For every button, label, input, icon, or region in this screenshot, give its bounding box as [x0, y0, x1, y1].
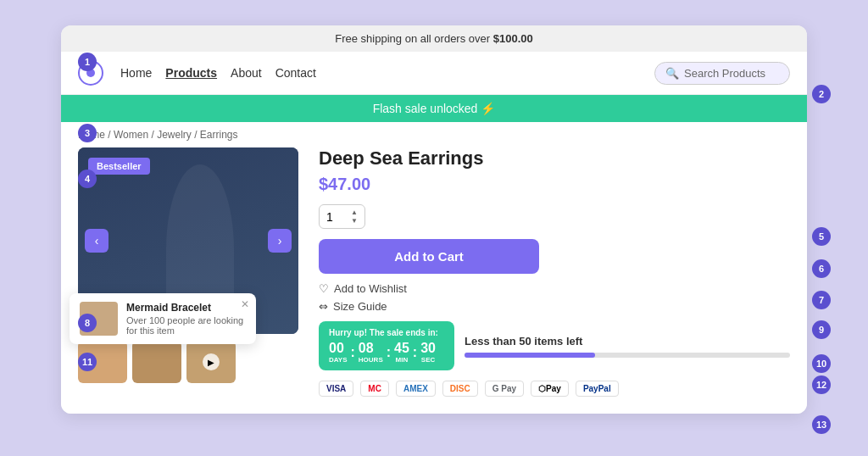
annotation-4: 4 [78, 170, 97, 188]
payment-methods-row: VISA MC AMEX DISC G Pay ⬡Pay PayPal [319, 381, 790, 397]
quantity-up-arrow[interactable]: ▲ [351, 209, 358, 217]
nav-home[interactable]: Home [120, 66, 152, 80]
heart-icon: ♡ [319, 282, 329, 295]
payment-paypal: PayPal [576, 381, 619, 397]
product-image-section: Bestseller ‹ › ▶ Mermaid Bracelet [78, 147, 298, 397]
announcement-bar: Free shipping on all orders over $100.00 [61, 25, 807, 52]
annotation-12: 12 [812, 375, 831, 394]
thumbnail-strip: ▶ [78, 341, 298, 383]
annotation-6: 6 [812, 259, 831, 278]
popup-title: Mermaid Bracelet [126, 302, 246, 314]
countdown-digits: 00 DAYS : 08 HOURS : 45 MIN [329, 341, 444, 364]
wishlist-label: Add to Wishlist [334, 282, 407, 295]
popup-notification: Mermaid Bracelet Over 100 people are loo… [70, 293, 256, 344]
quantity-row: 1 ▲ ▼ [319, 204, 790, 229]
annotation-11: 11 [78, 353, 97, 371]
product-info: Deep Sea Earrings $47.00 1 ▲ ▼ Add to Ca… [298, 147, 790, 397]
countdown-days-label: DAYS [329, 356, 348, 364]
stock-bar-background [465, 353, 790, 358]
nav-contact[interactable]: Contact [275, 66, 316, 80]
popup-description: Over 100 people are looking for this ite… [126, 315, 246, 336]
payment-google-pay: G Pay [485, 381, 524, 397]
countdown-sec-label: SEC [420, 356, 436, 364]
payment-amex: AMEX [396, 381, 436, 397]
annotation-8: 8 [78, 314, 97, 332]
countdown-sec-value: 30 [420, 341, 436, 355]
countdown-label: Hurry up! The sale ends in: [329, 328, 444, 337]
annotation-2: 2 [812, 85, 831, 103]
nav-about[interactable]: About [231, 66, 262, 80]
stock-box: Less than 50 items left [465, 335, 790, 358]
annotation-5: 5 [812, 227, 831, 246]
image-prev-button[interactable]: ‹ [85, 229, 108, 253]
countdown-days-value: 00 [329, 341, 344, 355]
product-price: $47.00 [319, 175, 790, 194]
annotation-9: 9 [812, 320, 831, 339]
annotation-3: 3 [78, 124, 97, 142]
free-shipping-text: Free shipping [335, 32, 402, 45]
payment-apple-pay: ⬡Pay [531, 381, 569, 397]
breadcrumb-text: Home / Women / Jewelry / Earrings [78, 129, 238, 141]
payment-discover: DISC [442, 381, 478, 397]
image-next-button[interactable]: › [268, 229, 292, 253]
search-icon: 🔍 [665, 67, 679, 80]
flash-sale-text: Flash sale unlocked ⚡ [373, 102, 496, 115]
popup-close-button[interactable]: ✕ [241, 298, 249, 310]
payment-mastercard: MC [360, 381, 389, 397]
size-guide-icon: ⇔ [319, 300, 328, 313]
popup-text-area: Mermaid Bracelet Over 100 people are loo… [126, 302, 246, 336]
quantity-arrows[interactable]: ▲ ▼ [351, 209, 358, 225]
countdown-stock-row: Hurry up! The sale ends in: 00 DAYS : 08… [319, 321, 790, 370]
product-area: Bestseller ‹ › ▶ Mermaid Bracelet [61, 147, 807, 414]
quantity-value: 1 [326, 210, 333, 224]
annotation-7: 7 [812, 291, 831, 309]
play-icon: ▶ [203, 353, 220, 370]
product-title: Deep Sea Earrings [319, 147, 790, 170]
add-to-cart-button[interactable]: Add to Cart [319, 239, 539, 274]
shipping-amount: $100.00 [493, 32, 533, 45]
bestseller-badge: Bestseller [88, 158, 150, 175]
search-placeholder-text: Search Products [684, 67, 765, 80]
stock-text: Less than 50 items left [465, 335, 790, 348]
annotation-10: 10 [812, 354, 831, 373]
countdown-min-label: MIN [394, 356, 409, 364]
payment-visa: VISA [319, 381, 353, 397]
quantity-input[interactable]: 1 ▲ ▼ [319, 204, 365, 229]
annotation-13: 13 [812, 415, 831, 434]
flash-sale-bar: Flash sale unlocked ⚡ [61, 95, 807, 122]
nav-links: Home Products About Contact [120, 66, 637, 80]
search-bar[interactable]: 🔍 Search Products [654, 62, 790, 85]
size-guide-row[interactable]: ⇔ Size Guide [319, 300, 790, 313]
countdown-box: Hurry up! The sale ends in: 00 DAYS : 08… [319, 321, 454, 370]
breadcrumb: Home / Women / Jewelry / Earrings [61, 122, 807, 147]
countdown-hours-label: HOURS [359, 356, 383, 364]
nav-products[interactable]: Products [165, 66, 217, 80]
quantity-down-arrow[interactable]: ▼ [351, 217, 358, 225]
countdown-min-value: 45 [394, 341, 409, 355]
add-to-wishlist-row[interactable]: ♡ Add to Wishlist [319, 282, 790, 295]
thumbnail-3[interactable]: ▶ [186, 341, 236, 383]
size-guide-label: Size Guide [333, 300, 387, 313]
annotation-1: 1 [78, 53, 97, 71]
main-container: Free shipping on all orders over $100.00… [61, 25, 807, 414]
thumbnail-2[interactable] [132, 341, 181, 383]
countdown-hours-value: 08 [359, 341, 374, 355]
stock-bar-fill [465, 353, 595, 358]
navigation: Home Products About Contact 🔍 Search Pro… [61, 52, 807, 95]
